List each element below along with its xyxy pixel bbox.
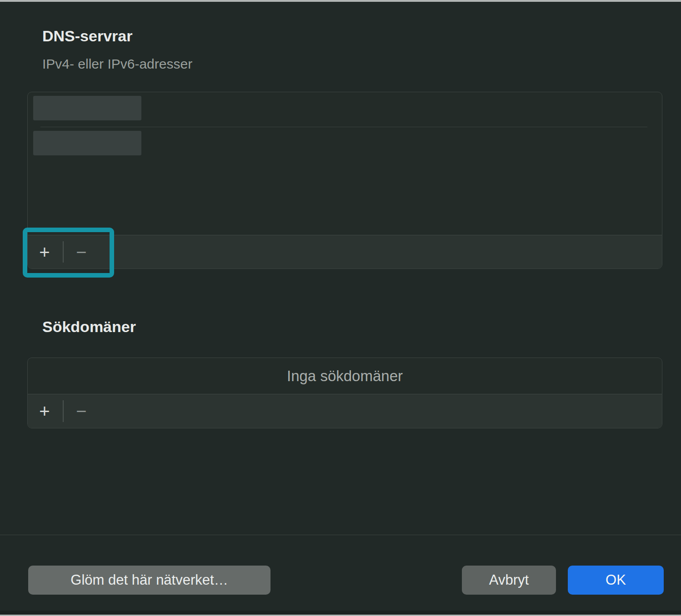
redacted-dns-address [33,96,141,120]
search-domains-title: Sökdomäner [42,318,136,336]
remove-search-domain-button[interactable]: − [71,394,91,428]
cancel-button[interactable]: Avbryt [462,566,556,595]
dns-servers-title: DNS-servrar [42,27,132,45]
window-top-edge [0,0,681,2]
search-domains-list: Inga sökdomäner + − [27,358,662,428]
redacted-dns-address [33,131,141,155]
no-search-domains-placeholder: Inga sökdomäner [28,358,662,394]
footer-separator [0,535,681,535]
window-bottom-shade [0,611,681,615]
add-search-domain-button[interactable]: + [35,394,55,428]
toolbar-divider [63,400,64,422]
highlight-annotation-box [23,228,114,278]
dns-server-row[interactable] [28,127,662,161]
dns-servers-list: + − [27,92,662,269]
search-domains-toolbar: + − [28,394,662,428]
ok-button[interactable]: OK [568,566,664,595]
dns-list-toolbar: + − [28,235,662,268]
dns-server-row[interactable] [28,92,662,126]
forget-network-button[interactable]: Glöm det här nätverket… [28,566,270,595]
dns-servers-subtitle: IPv4- eller IPv6-adresser [42,56,192,72]
dns-settings-dialog: DNS-servrar IPv4- eller IPv6-adresser + … [0,0,681,616]
